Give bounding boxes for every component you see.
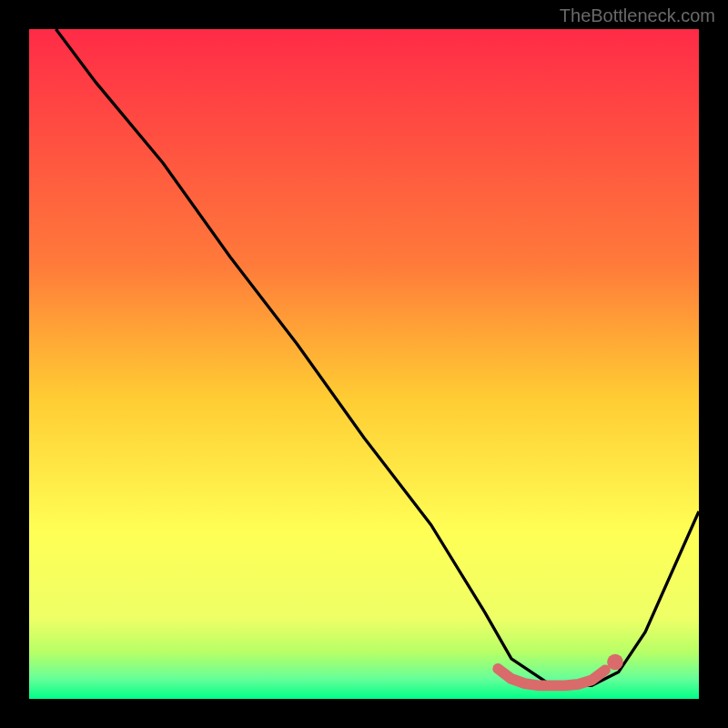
optimal-end-dot — [607, 654, 623, 671]
watermark-text: TheBottleneck.com — [560, 5, 715, 26]
plot-area — [29, 29, 699, 699]
bottleneck-curve — [56, 29, 699, 685]
chart-curve-layer — [29, 29, 699, 699]
optimal-range-line — [498, 669, 605, 685]
